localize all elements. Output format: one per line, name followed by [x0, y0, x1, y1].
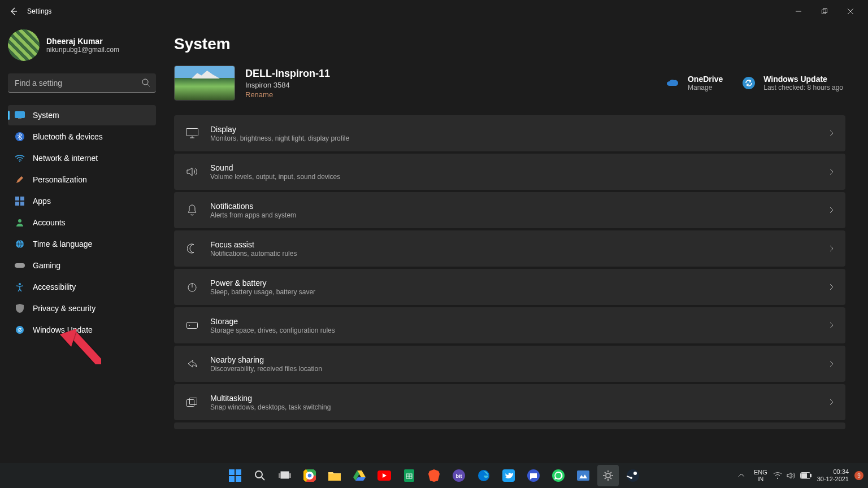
svg-rect-13 [15, 263, 25, 268]
setting-title: Multitasking [210, 394, 830, 403]
svg-point-15 [16, 326, 24, 334]
brave-icon[interactable] [423, 465, 445, 486]
start-button[interactable] [224, 465, 246, 486]
app-icon[interactable] [572, 465, 594, 486]
bell-icon [185, 203, 199, 217]
power-icon [185, 280, 199, 294]
wallpaper-thumbnail[interactable] [174, 66, 235, 101]
sidebar-item-apps[interactable]: Apps [8, 191, 156, 211]
svg-point-27 [255, 471, 262, 478]
settings-list: DisplayMonitors, brightness, night light… [174, 115, 845, 429]
bit-icon[interactable]: bit [448, 465, 470, 486]
maximize-button[interactable] [811, 2, 837, 20]
sidebar-item-time[interactable]: Time & language [8, 234, 156, 254]
back-button[interactable] [5, 2, 23, 20]
update-icon [741, 75, 757, 91]
setting-sub: Discoverability, received files location [210, 365, 830, 373]
battery-tray-icon [800, 472, 811, 479]
sidebar-item-accounts[interactable]: Accounts [8, 212, 156, 233]
youtube-icon[interactable] [374, 465, 395, 486]
device-name: DELL-Inspiron-11 [245, 68, 330, 80]
svg-rect-30 [289, 473, 291, 478]
setting-storage[interactable]: StorageStorage space, drives, configurat… [174, 307, 845, 343]
setting-multitasking[interactable]: MultitaskingSnap windows, desktops, task… [174, 384, 845, 420]
sidebar-item-personalization[interactable]: Personalization [8, 169, 156, 190]
clock[interactable]: 00:34 30-12-2021 [817, 468, 849, 483]
close-button[interactable] [837, 2, 863, 20]
notification-badge[interactable]: 9 [854, 471, 863, 480]
svg-rect-17 [186, 129, 198, 136]
setting-sub: Storage space, drives, configuration rul… [210, 326, 830, 334]
sidebar-label: Accounts [33, 218, 66, 227]
tray-icons[interactable] [773, 472, 811, 480]
sidebar-item-bluetooth[interactable]: Bluetooth & devices [8, 127, 156, 147]
setting-nearby[interactable]: Nearby sharingDiscoverability, received … [174, 346, 845, 382]
sidebar-label: System [33, 111, 59, 120]
twitter-icon[interactable] [498, 465, 519, 486]
sidebar-label: Privacy & security [33, 304, 96, 313]
sidebar-item-accessibility[interactable]: Accessibility [8, 277, 156, 297]
setting-title: Storage [210, 317, 830, 326]
back-arrow-icon [9, 7, 18, 16]
chevron-right-icon [830, 284, 834, 290]
explorer-icon[interactable] [324, 465, 345, 486]
chevron-right-icon [830, 168, 834, 175]
svg-point-49 [606, 473, 610, 478]
taskview-button[interactable] [274, 465, 296, 486]
accessibility-icon [15, 282, 25, 292]
time: 00:34 [817, 468, 849, 476]
whatsapp-icon[interactable] [548, 465, 569, 486]
date: 30-12-2021 [817, 476, 849, 483]
setting-focus[interactable]: Focus assistNotifications, automatic rul… [174, 230, 845, 267]
update-quick[interactable]: Windows Update Last checked: 8 hours ago [741, 75, 843, 91]
device-row: DELL-Inspiron-11 Inspiron 3584 Rename On… [174, 66, 845, 101]
profile-block[interactable]: Dheeraj Kumar nikunpubg1@gmail.com [8, 29, 156, 61]
setting-notifications[interactable]: NotificationsAlerts from apps and system [174, 192, 845, 228]
rename-link[interactable]: Rename [245, 90, 330, 99]
setting-display[interactable]: DisplayMonitors, brightness, night light… [174, 115, 845, 151]
edge-icon[interactable] [473, 465, 494, 486]
sidebar-item-privacy[interactable]: Privacy & security [8, 298, 156, 319]
search-input[interactable] [8, 73, 156, 93]
messages-icon[interactable] [523, 465, 544, 486]
search-icon [141, 78, 150, 87]
drive-icon[interactable] [349, 465, 370, 486]
svg-rect-8 [20, 197, 24, 201]
setting-partial [174, 422, 845, 429]
moon-icon [185, 242, 199, 255]
maximize-icon [822, 8, 827, 14]
setting-power[interactable]: Power & batterySleep, battery usage, bat… [174, 269, 845, 305]
svg-point-50 [627, 469, 639, 482]
sheets-icon[interactable] [398, 465, 420, 486]
language-indicator[interactable]: ENG IN [754, 469, 767, 482]
setting-sound[interactable]: SoundVolume levels, output, input, sound… [174, 154, 845, 190]
chevron-right-icon [830, 399, 834, 406]
share-icon [185, 357, 199, 371]
main-content: System DELL-Inspiron-11 Inspiron 3584 Re… [164, 23, 868, 488]
svg-point-16 [743, 77, 755, 89]
svg-rect-19 [187, 323, 198, 329]
sidebar-item-network[interactable]: Network & internet [8, 148, 156, 168]
sidebar-item-system[interactable]: System [8, 105, 156, 125]
cloud-icon [665, 75, 681, 91]
onedrive-quick[interactable]: OneDrive Manage [665, 75, 723, 91]
sidebar-item-update[interactable]: Windows Update [8, 320, 156, 340]
close-icon [848, 8, 853, 14]
search-button[interactable] [249, 465, 271, 486]
storage-icon [185, 319, 199, 332]
setting-title: Nearby sharing [210, 355, 830, 364]
minimize-button[interactable] [785, 2, 811, 20]
setting-sub: Notifications, automatic rules [210, 250, 830, 258]
search-box [8, 73, 156, 93]
tray-chevron[interactable] [735, 465, 748, 486]
sidebar-item-gaming[interactable]: Gaming [8, 255, 156, 276]
svg-point-14 [19, 283, 21, 285]
settings-icon[interactable] [597, 465, 619, 486]
update-sub: Last checked: 8 hours ago [763, 84, 843, 91]
multitask-icon [185, 395, 199, 409]
wifi-tray-icon [773, 472, 782, 479]
chrome-icon[interactable] [299, 465, 320, 486]
title-bar: Settings [0, 0, 868, 23]
svg-rect-0 [822, 10, 826, 14]
steam-icon[interactable] [622, 465, 644, 486]
